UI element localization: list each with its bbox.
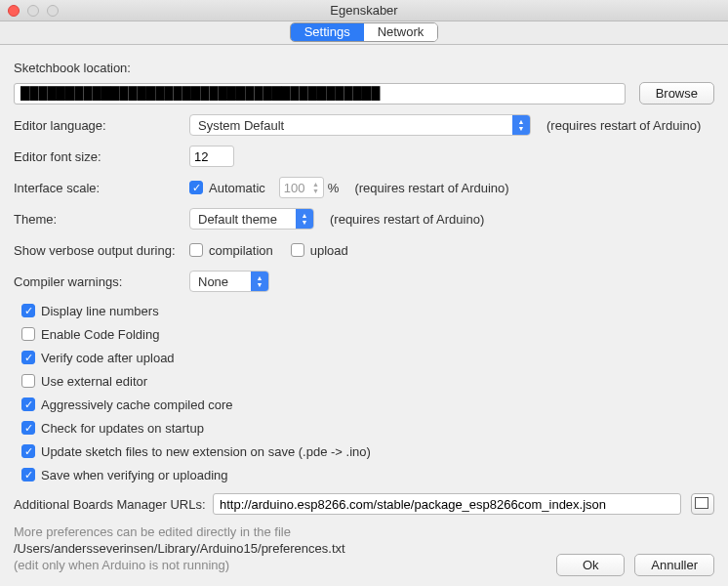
verbose-compilation-label: compilation — [209, 243, 273, 258]
tab-network[interactable]: Network — [364, 23, 438, 41]
opt-checkbox-6[interactable] — [21, 444, 35, 458]
language-label: Editor language: — [14, 118, 189, 133]
moreinfo-line1: More preferences can be edited directly … — [14, 524, 714, 539]
scale-auto-checkbox[interactable] — [189, 181, 203, 194]
opt-label-6: Update sketch files to new extension on … — [41, 444, 371, 459]
tab-bar: Settings Network — [0, 21, 728, 45]
opt-checkbox-7[interactable] — [21, 468, 35, 481]
stepper-icon: ▲▼ — [312, 181, 319, 194]
scale-auto-label: Automatic — [209, 181, 265, 195]
opt-label-7: Save when verifying or uploading — [41, 468, 228, 482]
window-stack-icon — [697, 499, 708, 509]
fontsize-input[interactable] — [189, 146, 234, 167]
ok-button[interactable]: Ok — [556, 554, 625, 576]
language-value: System Default — [198, 118, 284, 133]
theme-value: Default theme — [198, 212, 277, 227]
boards-expand-button[interactable] — [691, 493, 714, 515]
scale-note: (requires restart of Arduino) — [354, 181, 508, 195]
opt-label-3: Use external editor — [41, 374, 147, 389]
opt-checkbox-1[interactable] — [21, 327, 35, 341]
opt-label-5: Check for updates on startup — [41, 421, 204, 436]
browse-button[interactable]: Browse — [639, 82, 714, 105]
opt-checkbox-2[interactable] — [21, 351, 35, 364]
opt-checkbox-0[interactable] — [21, 304, 35, 317]
opt-label-1: Enable Code Folding — [41, 327, 159, 342]
chevron-updown-icon: ▲▼ — [512, 115, 530, 135]
warnings-select[interactable]: None ▲▼ — [189, 271, 269, 292]
opt-label-4: Aggressively cache compiled core — [41, 398, 233, 412]
titlebar: Egenskaber — [0, 0, 728, 21]
theme-label: Theme: — [14, 212, 189, 227]
sketchbook-input[interactable] — [14, 83, 626, 105]
boards-urls-input[interactable] — [213, 493, 681, 515]
tab-settings[interactable]: Settings — [291, 23, 364, 41]
sketchbook-label: Sketchbook location: — [14, 61, 131, 75]
cancel-button[interactable]: Annuller — [634, 554, 714, 576]
fontsize-label: Editor font size: — [14, 149, 189, 164]
window-title: Egenskaber — [0, 3, 728, 18]
opt-checkbox-4[interactable] — [21, 398, 35, 411]
scale-value-stepper[interactable]: 100 ▲▼ — [279, 177, 324, 198]
verbose-upload-label: upload — [310, 243, 348, 258]
scale-percent: % — [328, 181, 340, 195]
verbose-label: Show verbose output during: — [14, 243, 189, 258]
opt-checkbox-5[interactable] — [21, 421, 35, 435]
boards-label: Additional Boards Manager URLs: — [14, 497, 213, 512]
verbose-compilation-checkbox[interactable] — [189, 243, 203, 257]
language-select[interactable]: System Default ▲▼ — [189, 114, 531, 136]
chevron-updown-icon: ▲▼ — [251, 272, 268, 291]
opt-label-2: Verify code after upload — [41, 351, 175, 365]
chevron-updown-icon: ▲▼ — [296, 209, 313, 229]
opt-checkbox-3[interactable] — [21, 374, 35, 388]
language-note: (requires restart of Arduino) — [546, 118, 701, 133]
verbose-upload-checkbox[interactable] — [291, 243, 304, 257]
opt-label-0: Display line numbers — [41, 304, 159, 318]
warnings-value: None — [198, 274, 228, 289]
theme-note: (requires restart of Arduino) — [330, 212, 484, 227]
warnings-label: Compiler warnings: — [14, 274, 189, 289]
scale-label: Interface scale: — [14, 181, 189, 195]
theme-select[interactable]: Default theme ▲▼ — [189, 208, 314, 230]
scale-value: 100 — [284, 181, 305, 195]
